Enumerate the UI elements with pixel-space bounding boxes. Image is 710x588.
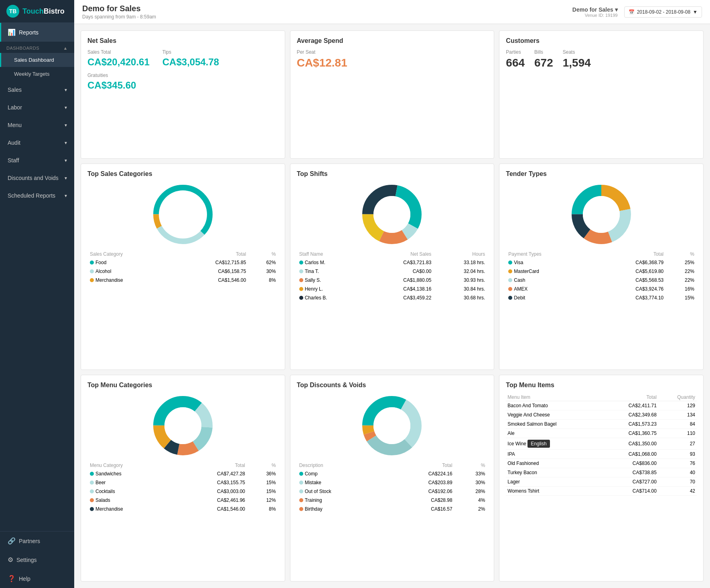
avg-spend-card: Average Spend Per Seat CA$12.81 [290, 30, 495, 159]
menu-item-qty-cell: 93 [658, 450, 697, 459]
tender-total-cell: CA$5,568.53 [592, 276, 665, 284]
list-item: Salads CA$2,461.96 12% [88, 496, 278, 504]
sidebar: TB TouchBistro 📊 Reports Dashboards ▲ Sa… [0, 0, 74, 588]
parties-metric: Parties 664 [506, 49, 525, 69]
sidebar-item-menu[interactable]: Menu ▼ [0, 116, 74, 134]
legend-label-cell: Henry L. [298, 285, 365, 293]
menu-item-total-col: Total [601, 394, 658, 401]
sidebar-item-scheduled-reports[interactable]: Scheduled Reports ▼ [0, 187, 74, 204]
discount-pct-cell: 28% [455, 487, 487, 495]
menu-item-total-cell: CA$727.00 [601, 477, 658, 487]
legend-label-cell: MasterCard [507, 267, 591, 275]
legend-label-cell: Cash [507, 276, 591, 284]
page-subtitle: Days spanning from 9am - 8:59am [82, 14, 156, 20]
legend-label-cell: Alcohol [88, 267, 170, 275]
menu-item-qty-cell: 84 [658, 420, 697, 429]
tender-pct-cell: 15% [666, 294, 696, 302]
legend-label-cell: Food [88, 259, 170, 267]
help-icon: ❓ [8, 575, 16, 582]
svg-point-10 [373, 196, 410, 233]
venue-dropdown-arrow[interactable]: ▾ [615, 6, 618, 13]
tender-legend: Payment Types Total % Visa CA$6,368.79 2… [506, 250, 697, 303]
venue-id: Venue ID: 19199 [572, 13, 618, 18]
dashboards-label: Dashboards [6, 46, 39, 51]
sidebar-item-staff[interactable]: Staff ▼ [0, 152, 74, 169]
legend-label-cell: Comp [298, 470, 385, 478]
sidebar-item-weekly-targets[interactable]: Weekly Targets [0, 67, 74, 81]
shift-hours-cell: 30.84 hrs. [434, 285, 487, 293]
svg-point-29 [373, 407, 410, 444]
sales-cat-legend: Sales Category Total % Food CA$12,715.85… [87, 250, 278, 285]
page-title: Demo for Sales [82, 4, 156, 13]
date-range-picker[interactable]: 📅 2018-09-02 - 2018-09-08 ▼ [624, 6, 702, 18]
shift-sales-cell: CA$1,880.05 [365, 276, 433, 284]
list-item: Sandwiches CA$7,427.28 36% [88, 470, 278, 478]
menu-cat-total-cell: CA$1,546.00 [174, 505, 247, 513]
venue-name: Demo for Sales ▾ [572, 6, 618, 13]
sidebar-item-help[interactable]: ❓ Help [0, 569, 74, 588]
shifts-sales-header: Net Sales [365, 251, 433, 258]
table-row: Lager CA$727.00 70 [506, 477, 697, 487]
menu-cat-pct-cell: 15% [247, 487, 278, 495]
discount-pct-cell: 30% [455, 479, 487, 487]
legend-label-cell: AMEX [507, 285, 591, 293]
discount-total-cell: CA$203.89 [386, 479, 454, 487]
legend-label-cell: Mistake [298, 479, 385, 487]
legend-label-cell: Sandwiches [88, 470, 173, 478]
list-item: Alcohol CA$6,158.75 30% [88, 267, 278, 275]
tender-total-header: Total [592, 251, 665, 258]
menu-cat-pct-cell: 8% [247, 505, 278, 513]
sidebar-item-labor[interactable]: Labor ▼ [0, 99, 74, 116]
menu-items-table: Menu Item Total Quantity Bacon And Tomat… [506, 394, 697, 496]
sidebar-item-discounts-voids[interactable]: Discounts and Voids ▼ [0, 169, 74, 187]
tender-chart [506, 182, 697, 247]
partners-icon: 🔗 [8, 537, 16, 545]
chevron-up-icon: ▲ [63, 46, 68, 51]
customers-row: Parties 664 Bills 672 Seats 1,594 [506, 49, 697, 69]
sidebar-item-sales-dashboard[interactable]: Sales Dashboard [0, 53, 74, 67]
sales-total-value: CA$20,420.61 [87, 57, 150, 68]
top-menu-items-card: Top Menu Items Menu Item Total Quantity … [499, 375, 704, 582]
audit-label: Audit [8, 139, 20, 146]
discounts-chart [297, 394, 488, 458]
sidebar-item-settings[interactable]: ⚙ Settings [0, 550, 74, 569]
tender-total-cell: CA$6,368.79 [592, 259, 665, 267]
table-row: Old Fashioned CA$836.00 76 [506, 459, 697, 468]
sidebar-item-partners[interactable]: 🔗 Partners [0, 531, 74, 550]
discounts-legend: Description Total % Comp CA$224.16 33% M… [297, 461, 488, 514]
legend-label-cell: Tina T. [298, 267, 365, 275]
legend-label-cell: Merchandise [88, 276, 170, 284]
menu-item-name-cell: IPA [506, 450, 601, 459]
menu-item-qty-cell: 134 [658, 410, 697, 420]
topbar-right: Demo for Sales ▾ Venue ID: 19199 📅 2018-… [572, 6, 702, 18]
menu-item-qty-cell: 76 [658, 459, 697, 468]
seats-metric: Seats 1,594 [563, 49, 591, 69]
sales-cat-total-header: Total [171, 251, 247, 258]
sidebar-item-reports[interactable]: 📊 Reports [0, 23, 74, 42]
reports-icon: 📊 [8, 28, 16, 36]
sales-total-label: Sales Total [87, 49, 150, 55]
svg-point-4 [164, 196, 201, 233]
legend-label-cell: Training [298, 496, 385, 504]
menu-cat-legend: Menu Category Total % Sandwiches CA$7,42… [87, 461, 278, 514]
menu-cat-total-cell: CA$7,427.28 [174, 470, 247, 478]
legend-label-cell: Carlos M. [298, 259, 365, 267]
list-item: Birthday CA$16.57 2% [298, 505, 487, 513]
shifts-legend: Staff Name Net Sales Hours Carlos M. CA$… [297, 250, 488, 303]
sidebar-item-audit[interactable]: Audit ▼ [0, 134, 74, 152]
sidebar-section-dashboards[interactable]: Dashboards ▲ [0, 42, 74, 53]
weekly-targets-label: Weekly Targets [14, 71, 49, 77]
table-row: IPA CA$1,068.00 93 [506, 450, 697, 459]
partners-label: Partners [19, 538, 40, 544]
sidebar-item-sales[interactable]: Sales ▼ [0, 81, 74, 99]
list-item: Out of Stock CA$192.06 28% [298, 487, 487, 495]
shift-sales-cell: CA$0.00 [365, 267, 433, 275]
menu-item-total-cell: CA$2,349.68 [601, 410, 658, 420]
list-item: Training CA$28.98 4% [298, 496, 487, 504]
menu-item-name-cell: Bacon And Tomato [506, 401, 601, 410]
menu-item-name-cell: Old Fashioned [506, 459, 601, 468]
chevron-down-icon-staff: ▼ [64, 158, 68, 163]
legend-total-cell: CA$12,715.85 [171, 259, 247, 267]
menu-item-total-cell: CA$1,068.00 [601, 450, 658, 459]
gratuities-metric: Gratuities CA$345.60 [87, 73, 278, 91]
